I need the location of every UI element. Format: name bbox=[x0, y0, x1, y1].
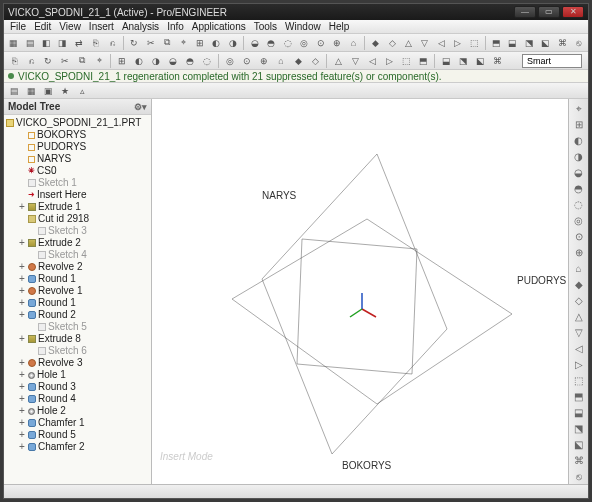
filter-select[interactable]: Smart bbox=[522, 54, 582, 68]
feat-btn-11[interactable]: ◆ bbox=[571, 277, 587, 292]
tool-btn-11[interactable]: ⊞ bbox=[192, 35, 207, 51]
view-btn-5[interactable]: ⌖ bbox=[91, 53, 107, 69]
menu-analysis[interactable]: Analysis bbox=[118, 21, 163, 32]
tool-btn-15[interactable]: ◓ bbox=[264, 35, 279, 51]
expand-icon[interactable]: + bbox=[18, 285, 26, 297]
menu-view[interactable]: View bbox=[55, 21, 85, 32]
expand-icon[interactable]: + bbox=[18, 417, 26, 429]
menu-tools[interactable]: Tools bbox=[250, 21, 281, 32]
view-btn-7[interactable]: ◐ bbox=[131, 53, 147, 69]
tree-item-20[interactable]: +Hole 1 bbox=[4, 369, 151, 381]
expand-icon[interactable]: + bbox=[18, 405, 26, 417]
tree-item-4[interactable]: Sketch 1 bbox=[4, 177, 151, 189]
feat-btn-8[interactable]: ⊙ bbox=[571, 229, 587, 244]
tool-btn-32[interactable]: ⌘ bbox=[554, 35, 569, 51]
tree-item-25[interactable]: +Round 5 bbox=[4, 429, 151, 441]
close-button[interactable]: ✕ bbox=[562, 6, 584, 18]
tree-item-26[interactable]: +Chamfer 2 bbox=[4, 441, 151, 453]
view-btn-14[interactable]: ⊕ bbox=[256, 53, 272, 69]
view-btn-18[interactable]: △ bbox=[330, 53, 346, 69]
tool-btn-28[interactable]: ⬒ bbox=[489, 35, 504, 51]
expand-icon[interactable]: + bbox=[18, 201, 26, 213]
expand-icon[interactable]: + bbox=[18, 333, 26, 345]
feat-btn-9[interactable]: ⊕ bbox=[571, 245, 587, 260]
tool-btn-30[interactable]: ⬔ bbox=[522, 35, 537, 51]
tool-btn-22[interactable]: ◇ bbox=[384, 35, 399, 51]
tree-item-21[interactable]: +Round 3 bbox=[4, 381, 151, 393]
view-btn-25[interactable]: ⬔ bbox=[455, 53, 471, 69]
feat-btn-17[interactable]: ⬚ bbox=[571, 373, 587, 388]
view-btn-16[interactable]: ◆ bbox=[290, 53, 306, 69]
feat-btn-3[interactable]: ◑ bbox=[571, 149, 587, 164]
expand-icon[interactable]: + bbox=[18, 393, 26, 405]
feat-btn-12[interactable]: ◇ bbox=[571, 293, 587, 308]
tool-btn-27[interactable]: ⬚ bbox=[466, 35, 481, 51]
tool-btn-18[interactable]: ⊙ bbox=[313, 35, 328, 51]
view-btn-3[interactable]: ✂ bbox=[57, 53, 73, 69]
tool-btn-17[interactable]: ◎ bbox=[297, 35, 312, 51]
tree-settings-icon[interactable]: ⚙▾ bbox=[134, 102, 147, 112]
tree-item-15[interactable]: +Round 2 bbox=[4, 309, 151, 321]
tree-item-23[interactable]: +Hole 2 bbox=[4, 405, 151, 417]
model-tree[interactable]: VICKO_SPODNI_21_1.PRTBOKORYSPUDORYSNARYS… bbox=[4, 115, 151, 484]
tree-item-12[interactable]: +Round 1 bbox=[4, 273, 151, 285]
feat-btn-14[interactable]: ▽ bbox=[571, 325, 587, 340]
tree-item-5[interactable]: ➜Insert Here bbox=[4, 189, 151, 201]
tool-btn-4[interactable]: ⇄ bbox=[72, 35, 87, 51]
tree-item-6[interactable]: +Extrude 1 bbox=[4, 201, 151, 213]
nav-tab-model-icon[interactable]: ▤ bbox=[6, 83, 22, 99]
tool-btn-31[interactable]: ⬕ bbox=[538, 35, 553, 51]
tool-btn-1[interactable]: ▤ bbox=[22, 35, 37, 51]
tool-btn-21[interactable]: ◆ bbox=[368, 35, 383, 51]
view-btn-0[interactable]: ⎘ bbox=[6, 53, 22, 69]
maximize-button[interactable]: ▭ bbox=[538, 6, 560, 18]
feat-btn-4[interactable]: ◒ bbox=[571, 165, 587, 180]
tree-item-7[interactable]: Cut id 2918 bbox=[4, 213, 151, 225]
tree-item-0[interactable]: BOKORYS bbox=[4, 129, 151, 141]
view-btn-4[interactable]: ⧉ bbox=[74, 53, 90, 69]
tool-btn-26[interactable]: ▷ bbox=[450, 35, 465, 51]
tool-btn-2[interactable]: ◧ bbox=[39, 35, 54, 51]
view-btn-10[interactable]: ◓ bbox=[182, 53, 198, 69]
view-btn-17[interactable]: ◇ bbox=[307, 53, 323, 69]
tool-btn-23[interactable]: △ bbox=[401, 35, 416, 51]
expand-icon[interactable]: + bbox=[18, 369, 26, 381]
tree-item-1[interactable]: PUDORYS bbox=[4, 141, 151, 153]
nav-tab-folder-icon[interactable]: ▣ bbox=[40, 83, 56, 99]
tool-btn-6[interactable]: ⎌ bbox=[104, 35, 119, 51]
menu-info[interactable]: Info bbox=[163, 21, 188, 32]
tree-item-3[interactable]: ✳CS0 bbox=[4, 165, 151, 177]
feat-btn-22[interactable]: ⌘ bbox=[571, 453, 587, 468]
view-btn-20[interactable]: ◁ bbox=[364, 53, 380, 69]
tree-item-18[interactable]: Sketch 6 bbox=[4, 345, 151, 357]
tree-item-24[interactable]: +Chamfer 1 bbox=[4, 417, 151, 429]
tool-btn-25[interactable]: ◁ bbox=[434, 35, 449, 51]
tool-btn-14[interactable]: ◒ bbox=[247, 35, 262, 51]
feat-btn-5[interactable]: ◓ bbox=[571, 181, 587, 196]
feat-btn-0[interactable]: ⌖ bbox=[571, 101, 587, 116]
tool-btn-10[interactable]: ⌖ bbox=[176, 35, 191, 51]
tree-item-19[interactable]: +Revolve 3 bbox=[4, 357, 151, 369]
feat-btn-16[interactable]: ▷ bbox=[571, 357, 587, 372]
menu-applications[interactable]: Applications bbox=[188, 21, 250, 32]
tree-item-8[interactable]: Sketch 3 bbox=[4, 225, 151, 237]
tool-btn-9[interactable]: ⧉ bbox=[159, 35, 174, 51]
tree-item-22[interactable]: +Round 4 bbox=[4, 393, 151, 405]
tree-item-9[interactable]: +Extrude 2 bbox=[4, 237, 151, 249]
feat-btn-6[interactable]: ◌ bbox=[571, 197, 587, 212]
nav-tab-connections-icon[interactable]: ▵ bbox=[74, 83, 90, 99]
tool-btn-7[interactable]: ↻ bbox=[127, 35, 142, 51]
feat-btn-7[interactable]: ◎ bbox=[571, 213, 587, 228]
view-btn-2[interactable]: ↻ bbox=[40, 53, 56, 69]
view-btn-24[interactable]: ⬓ bbox=[438, 53, 454, 69]
view-btn-27[interactable]: ⌘ bbox=[489, 53, 505, 69]
tool-btn-33[interactable]: ⎋ bbox=[571, 35, 586, 51]
tool-btn-12[interactable]: ◐ bbox=[209, 35, 224, 51]
minimize-button[interactable]: — bbox=[514, 6, 536, 18]
tool-btn-20[interactable]: ⌂ bbox=[346, 35, 361, 51]
tool-btn-8[interactable]: ✂ bbox=[143, 35, 158, 51]
tool-btn-0[interactable]: ▦ bbox=[6, 35, 21, 51]
expand-icon[interactable]: + bbox=[18, 261, 26, 273]
tool-btn-29[interactable]: ⬓ bbox=[505, 35, 520, 51]
tree-item-14[interactable]: +Round 1 bbox=[4, 297, 151, 309]
